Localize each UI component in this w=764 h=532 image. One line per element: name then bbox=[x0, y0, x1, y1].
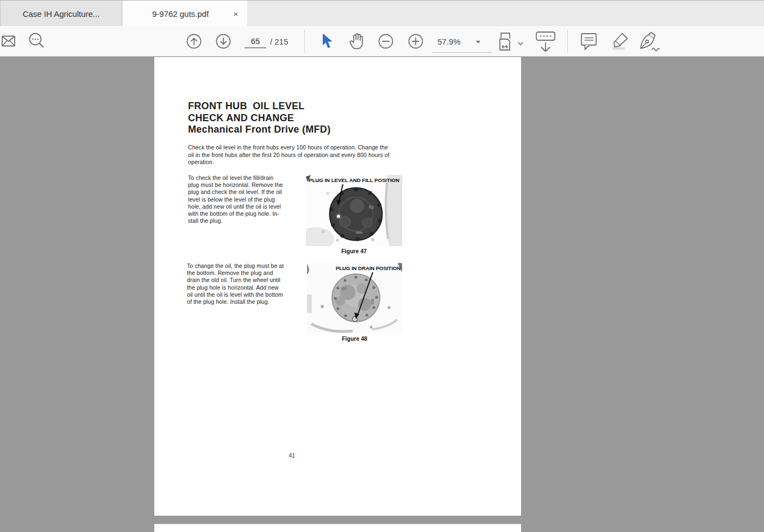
title-line: CHECK AND CHANGE bbox=[188, 112, 330, 124]
tab-case-ih-agriculture[interactable]: Case IH Agriculture... bbox=[0, 1, 122, 27]
toolbar-divider bbox=[567, 30, 568, 53]
section-title: FRONT HUB OIL LEVEL CHECK AND CHANGE Mec… bbox=[188, 101, 330, 136]
tab-label: 9-9762 guts.pdf bbox=[131, 9, 230, 18]
zoom-out-icon[interactable] bbox=[378, 34, 393, 49]
figure-48-photo: PLUG IN DRAIN POSITION bbox=[307, 263, 402, 333]
intro-paragraph: Check the oil level in the front hubs ev… bbox=[188, 144, 405, 166]
figure-47-callout: PLUG IN LEVEL AND FILL POSITION bbox=[309, 177, 399, 183]
figure-48-caption: Figure 48 bbox=[307, 335, 402, 342]
document-scroll-area[interactable]: FRONT HUB OIL LEVEL CHECK AND CHANGE Mec… bbox=[0, 57, 764, 532]
select-tool-icon[interactable] bbox=[321, 33, 335, 50]
page-number-label: 41 bbox=[286, 452, 297, 459]
search-icon[interactable] bbox=[28, 32, 46, 51]
highlighter-icon[interactable] bbox=[610, 32, 630, 52]
check-oil-paragraph: To check the oil level the fill/drain pl… bbox=[188, 174, 297, 224]
dropdown-underline bbox=[432, 52, 492, 53]
pdf-page-next bbox=[154, 524, 521, 532]
ink-pen-icon[interactable] bbox=[639, 32, 661, 52]
title-line: FRONT HUB OIL LEVEL bbox=[188, 101, 330, 112]
figure-48-callout: PLUG IN DRAIN POSITION bbox=[336, 265, 400, 271]
zoom-in-icon[interactable] bbox=[408, 34, 423, 49]
dock-toolbar-icon[interactable] bbox=[535, 31, 556, 54]
tab-pdf-document[interactable]: 9-9762 guts.pdf × bbox=[122, 1, 247, 27]
title-line: Mechanical Front Drive (MFD) bbox=[188, 124, 330, 136]
chevron-down-icon bbox=[476, 41, 480, 43]
close-tab-icon[interactable]: × bbox=[230, 8, 242, 20]
change-oil-paragraph: To change the oil, the plug must be at t… bbox=[187, 262, 297, 305]
pan-tool-icon[interactable] bbox=[348, 32, 366, 51]
zoom-level-dropdown[interactable]: 57.9% bbox=[432, 33, 493, 54]
page-down-icon[interactable] bbox=[216, 34, 231, 49]
tab-strip: Case IH Agriculture... 9-9762 guts.pdf × bbox=[0, 0, 764, 26]
pdf-page-41: FRONT HUB OIL LEVEL CHECK AND CHANGE Mec… bbox=[154, 57, 521, 516]
tab-label: Case IH Agriculture... bbox=[23, 9, 100, 18]
pdf-toolbar: / 215 57.9% bbox=[0, 26, 764, 57]
fit-width-icon[interactable] bbox=[499, 32, 524, 52]
page-total-label: / 215 bbox=[270, 37, 288, 46]
page-number-input[interactable] bbox=[245, 34, 266, 48]
figure-47-caption: Figure 47 bbox=[306, 248, 402, 254]
zoom-level-value: 57.9% bbox=[437, 37, 461, 46]
add-notes-icon[interactable] bbox=[580, 33, 598, 51]
toolbar-divider bbox=[304, 30, 305, 53]
figure-47-photo: PLUG IN LEVEL AND FILL POSITION bbox=[306, 175, 402, 246]
email-icon[interactable] bbox=[2, 35, 16, 47]
page-up-icon[interactable] bbox=[186, 34, 202, 49]
